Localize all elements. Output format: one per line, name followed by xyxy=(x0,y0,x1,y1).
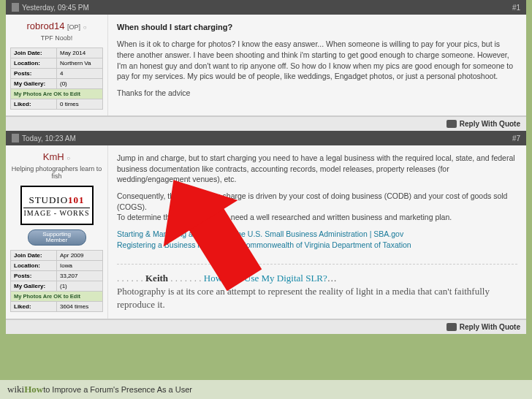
signature-link[interactable]: How Do I Use My Digital SLR? xyxy=(204,273,327,284)
post-timestamp: Today, 10:23 AM xyxy=(22,134,76,142)
avatar[interactable]: STUDIO101 IMAGE - WORKS xyxy=(20,186,94,225)
online-status-icon: ○ xyxy=(83,24,87,31)
post-number[interactable]: #1 xyxy=(512,4,520,12)
signature: . . . . . . Keith . . . . . . . How Do I… xyxy=(117,264,517,312)
username-link[interactable]: KmH ○ xyxy=(10,151,103,162)
user-panel: robrod14 [OP] ○ TPF Noob! Join Date:May … xyxy=(6,15,108,115)
post-title: When should I start charging? xyxy=(117,22,517,33)
supporting-member-badge: SupportingMember xyxy=(28,229,86,246)
quote-icon xyxy=(446,120,457,128)
post-content: Jump in and charge, but to start chargin… xyxy=(108,145,526,319)
post-header: Today, 10:23 AM #7 xyxy=(6,131,526,145)
post-number[interactable]: #7 xyxy=(512,134,520,142)
user-stats: Join Date:Apr 2009 Location:Iowa Posts:3… xyxy=(10,250,103,312)
user-stats: Join Date:May 2014 Location:Northern Va … xyxy=(10,48,103,110)
post-timestamp: Yesterday, 09:45 PM xyxy=(22,4,89,12)
virginia-tax-link[interactable]: Registering a Business in Virginia -- Co… xyxy=(117,240,411,249)
photos-ok-badge: My Photos Are OK to Edit xyxy=(11,89,103,99)
sba-link[interactable]: Starting & Managing a Business | The U.S… xyxy=(117,229,403,238)
op-badge: [OP] xyxy=(67,23,80,31)
reply-with-quote-button[interactable]: Reply With Quote xyxy=(460,323,520,331)
photos-ok-badge: My Photos Are OK to Edit xyxy=(11,292,103,302)
post-header: Yesterday, 09:45 PM #1 xyxy=(6,0,526,15)
reply-with-quote-button[interactable]: Reply With Quote xyxy=(460,120,520,128)
user-title: TPF Noob! xyxy=(10,34,103,42)
username-link[interactable]: robrod14 [OP] ○ xyxy=(10,20,103,31)
user-panel: KmH ○ Helping photographers learn to fis… xyxy=(6,145,108,319)
caption-bar: wikiHow to Improve a Forum's Presence As… xyxy=(0,380,532,399)
page-icon xyxy=(12,3,19,12)
post-content: When should I start charging? When is it… xyxy=(108,15,526,115)
quote-icon xyxy=(446,323,457,331)
page-icon xyxy=(12,134,19,142)
user-title: Helping photographers learn to fish xyxy=(10,165,103,180)
online-status-icon: ○ xyxy=(66,155,70,162)
